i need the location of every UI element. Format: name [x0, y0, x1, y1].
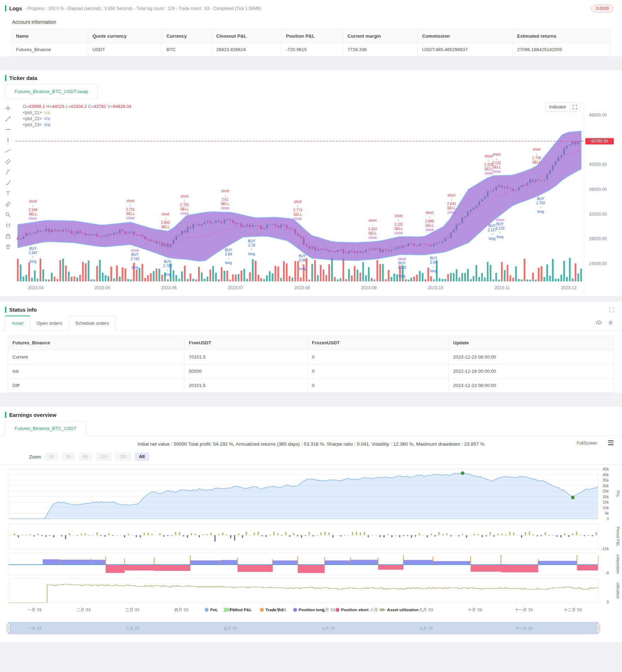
svg-text:short: short — [29, 199, 37, 203]
fullscreen-expand-icon[interactable] — [570, 103, 580, 111]
svg-text:BUY: BUY — [164, 260, 171, 264]
chart-menu-icon[interactable] — [608, 440, 613, 445]
svg-text:SELL: SELL — [368, 231, 377, 235]
account-table-header: Name Quote currency Currency Closeout P&… — [12, 29, 611, 43]
account-info-title: Account information — [0, 14, 622, 29]
text-icon[interactable] — [5, 190, 11, 197]
logs-title: Logs — [9, 5, 22, 11]
svg-text:close: close — [29, 216, 37, 220]
svg-text:SELL: SELL — [484, 167, 493, 171]
svg-text:2.64: 2.64 — [430, 260, 437, 264]
col-closeout-pnl: Closeout P&L — [212, 29, 282, 43]
cell-position-pnl: -720.9615 — [282, 43, 343, 57]
svg-text:Position short: Position short — [341, 608, 368, 612]
earnings-summary-row: Initial net value : 50000 Total profit: … — [0, 436, 622, 448]
candlestick-chart-area[interactable]: O=43999.2 H=44023 L=43304.2 C=43782 V=94… — [0, 99, 622, 296]
pitchfork-icon[interactable] — [5, 169, 11, 175]
svg-text:↓: ↓ — [488, 158, 490, 162]
fullscreen-button[interactable]: FullScreen — [577, 441, 597, 446]
tab-asset[interactable]: Asset — [5, 316, 30, 330]
zoom-icon[interactable] — [5, 212, 11, 218]
delete-icon[interactable] — [5, 244, 11, 250]
svg-text:↑: ↑ — [432, 265, 434, 269]
svg-text:↑: ↑ — [32, 255, 34, 259]
col-commission: Commission — [418, 29, 513, 43]
svg-text:↓: ↓ — [429, 215, 430, 219]
col-frozen-usdt: FrozenUSDT — [308, 336, 449, 350]
vertical-line-icon[interactable] — [5, 137, 11, 143]
svg-text:3.115: 3.115 — [394, 222, 403, 226]
svg-text:BUY: BUY — [248, 239, 255, 243]
svg-text:close: close — [447, 210, 456, 214]
svg-text:close: close — [485, 171, 493, 175]
horizontal-line-icon[interactable] — [5, 127, 11, 133]
cell-current-label[interactable]: Current — [8, 350, 185, 364]
collapse-icon[interactable] — [609, 307, 614, 314]
indicator-button-label: Indicator — [546, 103, 570, 111]
svg-text:short: short — [395, 214, 403, 218]
lock-icon[interactable] — [5, 233, 11, 239]
candlestick-chart[interactable]: short↓2.344SELLcloseBUY2.347↑longshort↓2… — [16, 101, 622, 295]
indicator-button[interactable]: Indicator — [545, 102, 580, 112]
parallel-channel-icon[interactable] — [5, 158, 11, 165]
svg-text:10k: 10k — [602, 506, 609, 510]
earnings-tabbar: Futures_Binance_BTC_USDT — [0, 421, 622, 436]
svg-text:2.774: 2.774 — [293, 208, 302, 212]
svg-text:short: short — [221, 189, 229, 193]
tab-ticker-symbol[interactable]: Futures_Binance_BTC_USDT:swap — [5, 84, 98, 99]
cell-current-update: 2023-12-23 08:00:00 — [449, 350, 614, 364]
zoom-3h-button[interactable]: 3h — [62, 452, 75, 461]
svg-text:short: short — [485, 154, 493, 158]
download-cloud-icon[interactable] — [596, 320, 602, 327]
svg-text:long: long — [496, 235, 503, 239]
asset-table-header: Futures_Binance FreeUSDT FrozenUSDT Upda… — [8, 336, 614, 350]
svg-text:15k: 15k — [602, 500, 609, 504]
svg-text:2.84: 2.84 — [225, 252, 232, 256]
svg-text:2.61: 2.61 — [222, 198, 229, 201]
svg-text:↑: ↑ — [491, 232, 493, 236]
svg-text:close: close — [394, 231, 403, 235]
zoom-1h-button[interactable]: 1h — [44, 452, 58, 461]
svg-text:long: long — [248, 252, 255, 256]
svg-text:↓: ↓ — [165, 216, 166, 220]
svg-text:short: short — [294, 200, 302, 204]
gear-icon[interactable] — [608, 320, 613, 327]
zoom-24h-button[interactable]: 24h — [115, 452, 131, 461]
tab-open-orders[interactable]: Open orders — [30, 316, 69, 330]
zoom-12h-button[interactable]: 12h — [96, 452, 112, 461]
crosshair-icon[interactable] — [5, 105, 11, 111]
svg-text:Period P&L: Period P&L — [616, 527, 620, 547]
log-counter-badge: 0.0000 — [591, 5, 613, 12]
magnet-icon[interactable] — [5, 222, 11, 229]
brush-icon[interactable] — [5, 180, 11, 186]
extended-line-icon[interactable] — [5, 148, 11, 154]
zoom-all-button[interactable]: All — [135, 452, 149, 461]
svg-text:30k: 30k — [602, 484, 609, 488]
cell-estimated-returns: 27096.186425142005 — [513, 43, 611, 57]
svg-text:↓: ↓ — [536, 152, 537, 156]
svg-text:三月 '23: 三月 '23 — [125, 608, 139, 612]
earnings-multichart[interactable]: 45k40k35k30k25k20k15k10k5k0PnL-12kPeriod… — [0, 465, 622, 641]
svg-text:↑: ↑ — [251, 248, 252, 252]
svg-text:↑: ↑ — [167, 268, 169, 272]
tab-earnings-symbol[interactable]: Futures_Binance_BTC_USDT — [5, 421, 86, 436]
svg-text:2023-05: 2023-05 — [94, 285, 110, 290]
svg-text:2.896: 2.896 — [425, 219, 434, 223]
svg-text:↓: ↓ — [372, 223, 373, 227]
status-header: Status info — [0, 302, 622, 316]
svg-text:2.862: 2.862 — [161, 221, 170, 225]
svg-text:SELL: SELL — [532, 160, 541, 164]
trend-line-icon[interactable] — [5, 116, 11, 122]
asset-row-diff: Diff 20101.5 0 2023-12-23 08:00:00 — [8, 378, 614, 393]
svg-text:SELL: SELL — [161, 225, 170, 229]
measure-icon[interactable] — [5, 201, 11, 207]
svg-text:long: long — [299, 267, 305, 271]
svg-text:20k: 20k — [602, 495, 609, 499]
svg-text:-8: -8 — [605, 571, 609, 575]
cell-closeout-pnl: 26823.826624 — [212, 43, 282, 57]
zoom-8h-button[interactable]: 8h — [79, 452, 92, 461]
col-currency: Currency — [162, 29, 212, 43]
zoom-label: Zoom — [29, 454, 41, 459]
svg-text:3.115: 3.115 — [398, 265, 406, 269]
tab-schedule-orders[interactable]: Schedule orders — [69, 316, 116, 330]
